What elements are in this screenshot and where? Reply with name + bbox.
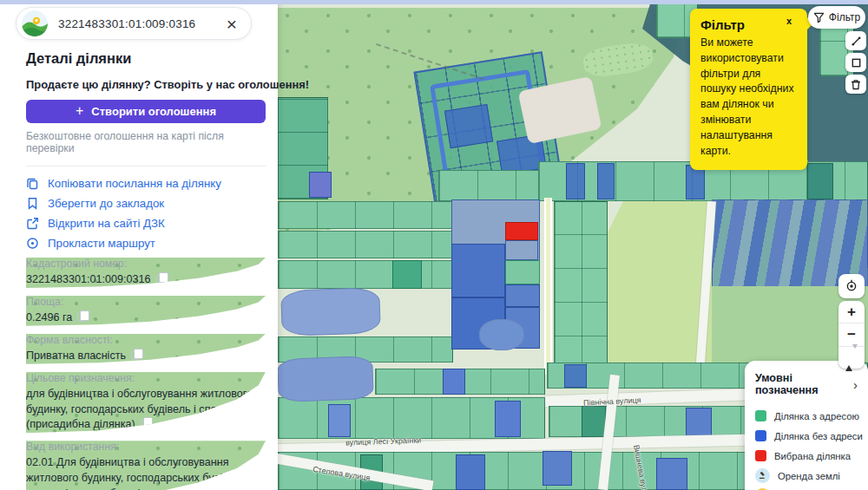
bookmark-icon: [26, 197, 39, 210]
map-shape: [451, 244, 505, 297]
map-shape: [443, 369, 465, 395]
search-bar[interactable]: 3221483301:01:009:0316 ×: [16, 7, 252, 40]
compass-icon: [845, 349, 858, 366]
map-shape: [566, 163, 585, 199]
map-shape: [444, 104, 493, 148]
zoom-controls: + −: [838, 301, 865, 369]
map-shape: [309, 172, 332, 198]
details-sidebar: 3221483301:01:009:0316 × Деталі ділянки …: [0, 0, 278, 490]
legend-item: Оренда землі: [755, 466, 858, 486]
route-icon: [26, 237, 39, 250]
legend-panel: Умовні позначення › Ділянка з адресою Ді…: [745, 361, 868, 490]
map-shape: [278, 356, 374, 402]
legend-header[interactable]: Умовні позначення ›: [755, 372, 858, 396]
map-shape: [505, 260, 540, 284]
map-shape: [479, 319, 524, 350]
map-shape: [280, 287, 381, 336]
measure-tool-button[interactable]: [845, 31, 866, 50]
map-shape: [505, 240, 538, 260]
tooltip-title: Фільтр: [700, 17, 745, 32]
map-shape: [807, 163, 833, 199]
legend-item: Вибрана ділянка: [755, 446, 858, 466]
create-listing-button[interactable]: + Створити оголошення: [26, 100, 266, 123]
copy-link-action[interactable]: Копіювати посилання на ділянку: [26, 177, 266, 190]
map-shape: [564, 364, 587, 388]
zoom-in-button[interactable]: +: [838, 301, 865, 323]
legend-item: Продаж землі: [755, 486, 858, 490]
field-ownership: Форма власності: Приватна власність: [26, 334, 266, 364]
selected-parcel[interactable]: [505, 222, 538, 240]
map-shape: [438, 170, 551, 201]
draw-area-tool-button[interactable]: [845, 53, 866, 72]
map-shape: [656, 458, 687, 490]
field-purpose: Цільове призначення: для будівництва і о…: [26, 372, 266, 434]
green-swatch: [755, 410, 766, 421]
copy-icon[interactable]: [156, 275, 164, 284]
search-input[interactable]: 3221483301:01:009:0316: [58, 17, 223, 30]
promo-text: Продаєте цю ділянку? Створіть у нас огол…: [26, 78, 266, 91]
map-shape: [582, 406, 606, 437]
map-shape: [544, 198, 552, 375]
route-label: Прокласти маршрут: [48, 237, 155, 250]
legend-item: Ділянка без адреси: [755, 426, 858, 446]
map-shape: [456, 454, 485, 490]
close-icon[interactable]: ×: [223, 15, 240, 33]
top-strip: [0, 0, 868, 4]
geolocate-button[interactable]: [838, 274, 865, 298]
field-area: Площа: 0.2496 га: [26, 296, 266, 326]
field-cadastral-number: Кадастровий номер: 3221483301:01:009:031…: [26, 258, 266, 288]
copy-icon[interactable]: [141, 420, 148, 428]
create-listing-label: Створити оголошення: [91, 105, 216, 118]
legend-title: Умовні позначення: [755, 372, 853, 396]
plus-icon: +: [76, 103, 83, 119]
filter-button-label: Фільтр: [829, 11, 860, 23]
field-use-type: Вид використання: 02.01 Для будівництва …: [26, 441, 266, 490]
bookmark-action[interactable]: Зберегти до закладок: [26, 197, 266, 210]
map-shape: [278, 201, 453, 229]
external-link-icon: [26, 217, 39, 230]
red-swatch: [755, 450, 766, 461]
compass-button[interactable]: [838, 346, 865, 369]
zoom-out-button[interactable]: −: [838, 323, 865, 345]
map-shape: [597, 163, 615, 199]
map-shape: [278, 260, 453, 289]
tooltip-text: Ви можете використовувати фільтри для по…: [700, 36, 797, 160]
map-shape: [542, 451, 572, 486]
copy-link-label: Копіювати посилання на ділянку: [48, 177, 221, 190]
tooltip-close-icon[interactable]: x: [786, 16, 792, 26]
measure-icon: [851, 36, 862, 47]
map-shape: [495, 401, 521, 437]
blue-swatch: [755, 430, 766, 441]
copy-link-icon: [26, 177, 39, 190]
draw-rectangle-icon: [851, 57, 862, 69]
filter-button[interactable]: Фільтр: [808, 6, 865, 29]
delete-tool-button[interactable]: [845, 75, 866, 94]
map-shape: [554, 201, 608, 371]
auction-lease-icon: [755, 468, 770, 483]
app-logo-icon: [22, 10, 48, 36]
filter-tooltip: Фільтр x Ви можете використовувати фільт…: [690, 9, 807, 170]
free-listing-note: Безкоштовне оголошення на карті після пе…: [26, 130, 266, 154]
map-shape: [686, 408, 712, 437]
map-shape: [505, 284, 540, 307]
map-shape: [328, 404, 351, 437]
map-shape: [278, 231, 453, 258]
copy-icon[interactable]: [77, 313, 85, 322]
divider: [26, 166, 266, 167]
open-dzk-label: Відкрити на сайті ДЗК: [48, 217, 165, 230]
map-shape: [392, 260, 422, 289]
map-shape: [686, 165, 705, 199]
bookmark-label: Зберегти до закладок: [48, 197, 164, 210]
route-action[interactable]: Прокласти маршрут: [26, 237, 266, 250]
trash-icon: [851, 79, 861, 90]
legend-item: Ділянка з адресою: [755, 406, 858, 426]
open-dzk-action[interactable]: Відкрити на сайті ДЗК: [26, 217, 266, 230]
copy-icon[interactable]: [131, 351, 139, 360]
funnel-icon: [813, 12, 825, 23]
geolocate-icon: [845, 279, 858, 293]
chevron-right-icon: ›: [853, 378, 858, 391]
page-title: Деталі ділянки: [26, 50, 266, 67]
